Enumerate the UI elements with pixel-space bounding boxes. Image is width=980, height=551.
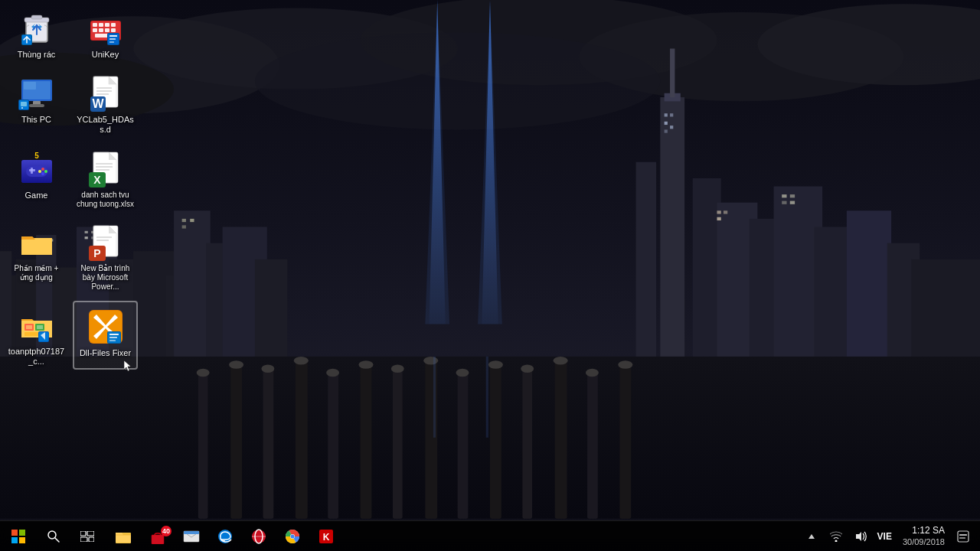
- taskbar-app-file-explorer[interactable]: [107, 521, 141, 552]
- svg-rect-176: [87, 531, 94, 536]
- dll-fixer-label: Dll-Files Fixer: [80, 348, 131, 358]
- svg-rect-98: [93, 23, 97, 27]
- start-button[interactable]: [0, 521, 37, 552]
- svg-rect-177: [80, 537, 87, 542]
- chrome-icon: [285, 529, 300, 544]
- tray-volume-icon[interactable]: [850, 521, 871, 552]
- svg-line-174: [55, 538, 59, 542]
- svg-rect-131: [26, 166, 47, 177]
- svg-rect-105: [111, 28, 116, 32]
- svg-rect-142: [96, 166, 113, 168]
- toanptph-label: toanptph07187_c...: [7, 347, 66, 367]
- svg-point-192: [291, 534, 295, 538]
- svg-rect-111: [109, 41, 114, 43]
- taskbar-app-kaspersky[interactable]: K: [309, 521, 343, 552]
- game-icon: 5: [18, 151, 55, 187]
- svg-marker-168: [124, 360, 131, 371]
- yclab5-label: YCLab5_HDAss.d: [76, 115, 135, 135]
- svg-rect-133: [31, 168, 33, 174]
- svg-rect-125: [96, 90, 112, 92]
- taskbar-apps: 40: [104, 521, 795, 552]
- excel-icon: X: [87, 151, 124, 187]
- tray-notification-button[interactable]: [952, 521, 974, 552]
- svg-rect-115: [24, 82, 36, 90]
- wifi-icon: [830, 531, 842, 542]
- this-pc-icon: [18, 75, 55, 112]
- tray-clock[interactable]: 1:12 SA 30/09/2018: [898, 525, 949, 548]
- mail-icon: [183, 530, 200, 543]
- svg-rect-166: [109, 337, 117, 338]
- svg-text:P: P: [93, 247, 100, 259]
- svg-rect-155: [26, 325, 32, 329]
- taskbar-app-edge[interactable]: [208, 521, 242, 552]
- desktop-icon-unikey[interactable]: UniKey: [73, 4, 138, 63]
- taskbar-app-store[interactable]: 40: [141, 521, 175, 552]
- svg-point-137: [41, 172, 44, 175]
- svg-marker-195: [808, 534, 815, 539]
- taskbar-app-chrome[interactable]: [276, 521, 309, 552]
- desktop-icon-powerpoint[interactable]: P New Bản trình bày Microsoft Power...: [73, 218, 138, 295]
- task-view-icon: [80, 531, 94, 542]
- svg-point-135: [44, 170, 47, 173]
- chevron-up-icon: [808, 533, 815, 540]
- svg-rect-180: [152, 535, 164, 544]
- svg-rect-150: [96, 240, 109, 241]
- svg-rect-157: [37, 325, 43, 329]
- edge-icon: [217, 529, 233, 544]
- recycle-bin-label: Thùng rác: [18, 50, 56, 60]
- desktop-icon-toanptph[interactable]: toanptph07187_c...: [4, 301, 69, 370]
- svg-rect-101: [111, 23, 116, 27]
- svg-rect-171: [11, 537, 18, 543]
- svg-point-134: [41, 168, 44, 171]
- svg-rect-103: [99, 28, 103, 32]
- phan-mem-label: Phần mềm + ứng dụng: [7, 264, 66, 282]
- desktop-icon-yclab5[interactable]: W YCLab5_HDAss.d: [73, 69, 138, 138]
- powerpoint-icon: P: [87, 224, 124, 261]
- tray-network-icon[interactable]: [825, 521, 847, 552]
- tray-time: 1:12 SA: [903, 525, 945, 537]
- task-view-button[interactable]: [70, 521, 104, 552]
- phan-mem-icon: [18, 224, 55, 261]
- svg-rect-121: [21, 107, 23, 109]
- volume-icon: [854, 531, 867, 542]
- svg-rect-184: [184, 531, 199, 534]
- windows-logo-icon: [11, 530, 25, 543]
- desktop-icon-this-pc[interactable]: This PC: [4, 69, 69, 138]
- svg-rect-126: [96, 93, 109, 95]
- svg-rect-165: [109, 334, 119, 335]
- svg-rect-99: [99, 23, 103, 27]
- svg-rect-149: [96, 236, 112, 238]
- taskbar-app-opera[interactable]: [242, 521, 276, 552]
- dll-fixer-icon: [87, 308, 124, 345]
- toanptph-icon: [18, 307, 55, 344]
- svg-rect-178: [89, 537, 94, 542]
- svg-rect-109: [109, 35, 117, 37]
- svg-marker-197: [856, 532, 861, 541]
- system-tray: VIE 1:12 SA 30/09/2018: [795, 521, 980, 552]
- yclab5-icon: W: [87, 75, 124, 112]
- svg-rect-199: [959, 534, 967, 536]
- desktop-icon-phan-mem[interactable]: Phần mềm + ứng dụng: [4, 218, 69, 295]
- svg-rect-200: [959, 537, 965, 539]
- opera-icon: [251, 529, 266, 544]
- svg-rect-143: [96, 169, 109, 171]
- desktop-icon-recycle-bin[interactable]: Thùng rác: [4, 4, 69, 63]
- notification-icon: [957, 530, 969, 543]
- game-label: Game: [25, 191, 48, 201]
- tray-language-button[interactable]: VIE: [874, 521, 895, 552]
- svg-rect-110: [109, 38, 116, 40]
- svg-rect-93: [31, 15, 42, 19]
- tray-expand-button[interactable]: [801, 521, 822, 552]
- svg-rect-117: [29, 104, 44, 107]
- desktop-icon-dll-fixer[interactable]: Dll-Files Fixer: [73, 301, 138, 370]
- desktop-icon-excel[interactable]: X danh sach tvu chung tuong.xlsx: [73, 145, 138, 212]
- svg-text:W: W: [92, 97, 104, 110]
- svg-text:K: K: [323, 532, 330, 543]
- svg-rect-120: [21, 102, 27, 106]
- svg-rect-167: [109, 340, 116, 341]
- svg-rect-172: [19, 537, 25, 543]
- excel-label: danh sach tvu chung tuong.xlsx: [76, 191, 135, 209]
- desktop-icon-game[interactable]: 5 Game: [4, 145, 69, 212]
- taskbar-app-mail[interactable]: [175, 521, 208, 552]
- taskbar-search-button[interactable]: [37, 521, 70, 552]
